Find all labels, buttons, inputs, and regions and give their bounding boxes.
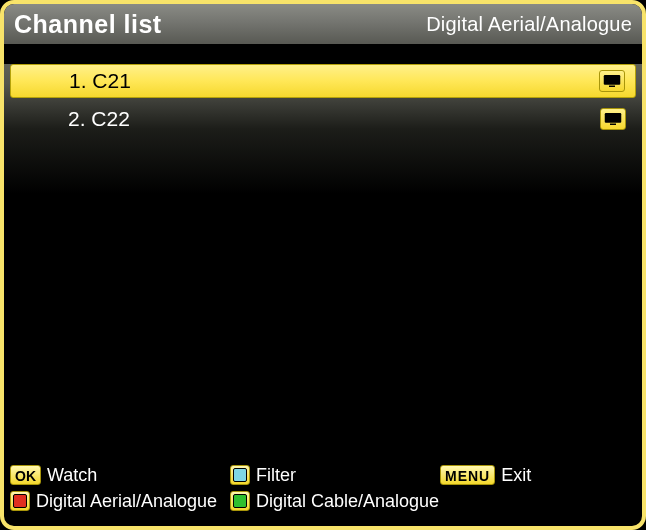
channel-list: 1. C21 2. C22 [4,64,642,194]
legend-red: Digital Aerial/Analogue [10,491,230,512]
legend-menu-label: Exit [501,465,531,486]
legend-ok: OK Watch [10,465,230,486]
green-key-icon [230,491,250,511]
legend-filter: Filter [230,465,440,486]
channel-name: C21 [92,69,131,93]
ok-key-icon: OK [10,465,41,485]
channel-row[interactable]: 1. C21 [10,64,636,98]
svg-rect-1 [609,86,615,88]
blue-key-icon [230,465,250,485]
screen-title: Channel list [14,10,162,39]
channel-name: C22 [91,107,130,131]
tv-icon [600,108,626,130]
svg-rect-0 [604,75,621,85]
footer-legend: OK Watch Filter MENU Exit Digital Aerial… [10,462,636,520]
legend-ok-label: Watch [47,465,97,486]
channel-number: 2 [68,107,80,131]
svg-rect-2 [605,113,622,123]
empty-area [4,194,642,464]
legend-filter-label: Filter [256,465,296,486]
legend-red-label: Digital Aerial/Analogue [36,491,217,512]
legend-menu: MENU Exit [440,465,531,486]
tv-osd-frame: Channel list Digital Aerial/Analogue 1. … [0,0,646,530]
menu-key-icon: MENU [440,465,495,485]
channel-row[interactable]: 2. C22 [10,102,636,136]
legend-green-label: Digital Cable/Analogue [256,491,439,512]
screen-subtitle: Digital Aerial/Analogue [426,13,632,36]
channel-number: 1 [69,69,81,93]
legend-green: Digital Cable/Analogue [230,491,439,512]
tv-icon [599,70,625,92]
svg-rect-3 [610,124,616,126]
red-key-icon [10,491,30,511]
header-bar: Channel list Digital Aerial/Analogue [4,4,642,44]
